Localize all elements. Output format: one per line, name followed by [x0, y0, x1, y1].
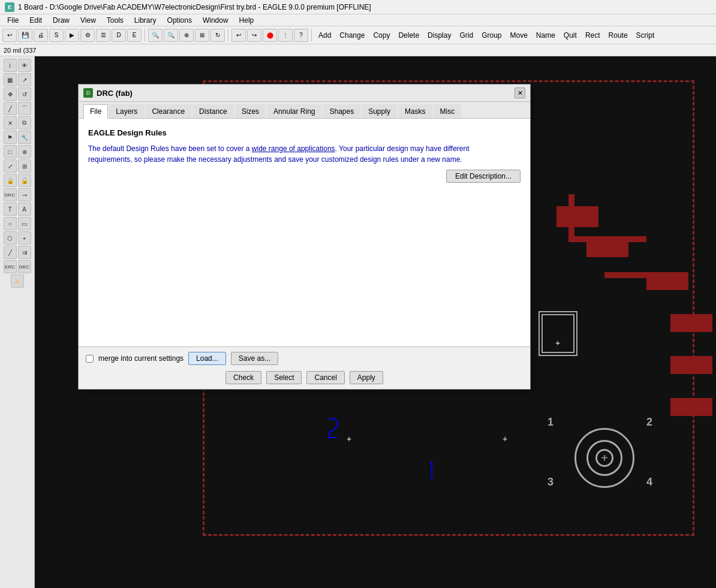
load-button[interactable]: Load... — [188, 352, 226, 365]
cmd-add[interactable]: Add — [315, 30, 335, 41]
coord-bar: 20 mil (337 — [0, 44, 716, 56]
menu-library[interactable]: Library — [130, 16, 161, 25]
pcb-crosshair-4: + — [503, 434, 507, 444]
sep2 — [228, 29, 228, 41]
sb-text[interactable]: T — [4, 203, 17, 216]
tab-annular-ring[interactable]: Annular Ring — [267, 104, 321, 118]
cancel-button[interactable]: Cancel — [306, 371, 344, 384]
cmd-rect[interactable]: Rect — [582, 30, 604, 41]
tb-undo[interactable]: ↩ — [231, 29, 246, 42]
menu-tools[interactable]: Tools — [102, 16, 128, 25]
tb-cam[interactable]: ⚙ — [80, 29, 95, 42]
tab-misc[interactable]: Misc — [434, 104, 462, 118]
save-as-button[interactable]: Save as... — [231, 352, 278, 365]
cmd-display[interactable]: Display — [424, 30, 455, 41]
pcb-ic-outline2 — [538, 311, 577, 356]
cmd-move[interactable]: Move — [507, 30, 531, 41]
tb-refresh[interactable]: ↻ — [210, 29, 225, 42]
tb-drc[interactable]: D — [112, 29, 126, 42]
check-button[interactable]: Check — [225, 371, 261, 384]
apply-button[interactable]: Apply — [350, 371, 383, 384]
sb-wire[interactable]: ╱ — [4, 102, 17, 115]
sb-erc2[interactable]: ERC — [4, 260, 17, 273]
edit-description-button[interactable]: Edit Description... — [446, 170, 521, 183]
merge-checkbox[interactable] — [86, 355, 94, 363]
sb-lock[interactable]: 🔒 — [4, 174, 17, 187]
cmd-script[interactable]: Script — [633, 30, 658, 41]
cmd-quit[interactable]: Quit — [560, 30, 580, 41]
sb-info[interactable]: i — [4, 59, 17, 72]
menu-file[interactable]: File — [2, 16, 23, 25]
sb-label[interactable]: A — [18, 203, 31, 216]
sb-grid2[interactable]: ⊞ — [18, 159, 31, 173]
menu-edit[interactable]: Edit — [25, 16, 47, 25]
tab-supply[interactable]: Supply — [362, 104, 397, 118]
tb-layer[interactable]: ☰ — [96, 29, 110, 42]
sb-warn[interactable]: ⚠ — [11, 275, 24, 288]
cmd-route[interactable]: Route — [605, 30, 631, 41]
sb-pad[interactable]: □ — [4, 145, 17, 158]
tb-zoomarea[interactable]: ⊞ — [195, 29, 209, 42]
cmd-copy[interactable]: Copy — [369, 30, 393, 41]
sb-tool[interactable]: 🔧 — [18, 131, 31, 144]
tab-shapes[interactable]: Shapes — [323, 104, 360, 118]
sb-route2[interactable]: ╱ — [4, 246, 17, 259]
tab-sizes[interactable]: Sizes — [235, 104, 266, 118]
pcb-crosshair-3: + — [347, 434, 351, 444]
cmd-change[interactable]: Change — [336, 30, 368, 41]
menu-help[interactable]: Help — [234, 16, 259, 25]
sb-measure[interactable]: ⊸ — [18, 188, 31, 201]
tb-save[interactable]: 💾 — [18, 29, 32, 42]
merge-row: merge into current settings Load... Save… — [86, 352, 523, 365]
tb-zoomout[interactable]: 🔍 — [164, 29, 178, 42]
cmd-group[interactable]: Group — [478, 30, 505, 41]
sb-via[interactable]: ⊕ — [18, 145, 31, 158]
menu-options[interactable]: Options — [163, 16, 197, 25]
tab-masks[interactable]: Masks — [398, 104, 432, 118]
drc-title-bar[interactable]: D DRC (fab) ✕ — [79, 85, 530, 102]
tb-zoomin[interactable]: 🔍 — [148, 29, 163, 42]
drc-bottom-area: merge into current settings Load... Save… — [79, 346, 530, 389]
tb-more[interactable]: ⋮ — [278, 29, 293, 42]
tab-layers[interactable]: Layers — [109, 104, 144, 118]
menu-view[interactable]: View — [76, 16, 101, 25]
sb-arrow[interactable]: ↗ — [18, 73, 31, 86]
sb-layer[interactable]: ▦ — [4, 73, 17, 86]
tb-script[interactable]: S — [49, 29, 64, 42]
sb-polygon[interactable]: ⬡ — [4, 231, 17, 245]
sb-arc[interactable]: ⌒ — [18, 102, 31, 115]
sb-circle[interactable]: ○ — [4, 217, 17, 230]
menu-draw[interactable]: Draw — [48, 16, 74, 25]
sb-flag[interactable]: ⚑ — [4, 131, 17, 144]
sb-select[interactable]: ✥ — [4, 88, 17, 101]
sb-eye[interactable]: 👁 — [18, 59, 31, 72]
tab-distance[interactable]: Distance — [192, 104, 234, 118]
tab-file[interactable]: File — [83, 104, 108, 119]
sb-copy2[interactable]: ⧉ — [18, 116, 31, 129]
select-button[interactable]: Select — [266, 371, 302, 384]
cmd-name[interactable]: Name — [533, 30, 559, 41]
tb-print[interactable]: 🖨 — [34, 29, 48, 42]
tb-help[interactable]: ? — [294, 29, 308, 42]
tb-run[interactable]: ▶ — [65, 29, 79, 42]
sb-delete[interactable]: ✕ — [4, 116, 17, 129]
sb-rect2[interactable]: ▭ — [18, 217, 31, 230]
sb-snap[interactable]: ⤢ — [4, 159, 17, 173]
cmd-grid[interactable]: Grid — [456, 30, 477, 41]
sb-drc2[interactable]: DRC — [4, 188, 17, 201]
tb-erc[interactable]: E — [127, 29, 142, 42]
sb-fill[interactable]: ▪ — [18, 231, 31, 245]
sb-unlock[interactable]: 🔓 — [18, 174, 31, 187]
close-button[interactable]: ✕ — [515, 88, 525, 98]
pcb-crosshair-1: + — [555, 338, 560, 348]
tb-new[interactable]: ↩ — [2, 29, 17, 42]
tb-zoomfit[interactable]: ⊕ — [179, 29, 194, 42]
cmd-delete[interactable]: Delete — [395, 30, 423, 41]
sb-fanout[interactable]: ⇉ — [18, 246, 31, 259]
sb-rotate[interactable]: ↺ — [18, 88, 31, 101]
tb-stop[interactable]: ⬤ — [263, 29, 277, 42]
tab-clearance[interactable]: Clearance — [145, 104, 191, 118]
sb-drc3[interactable]: DRC — [18, 260, 31, 273]
tb-redo[interactable]: ↪ — [247, 29, 261, 42]
menu-window[interactable]: Window — [198, 16, 233, 25]
